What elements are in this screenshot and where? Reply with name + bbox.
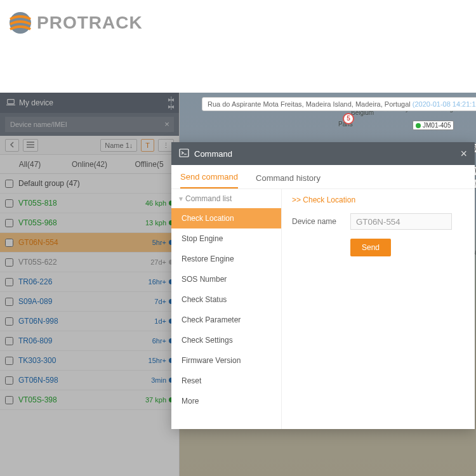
map-marker[interactable]: 5: [343, 113, 354, 124]
command-modal: Command × Send command Command history ▾…: [171, 142, 475, 429]
app-logo: PROTRACK: [0, 0, 476, 47]
command-item[interactable]: Check Status: [171, 289, 281, 310]
close-icon[interactable]: ×: [460, 147, 467, 161]
command-form-panel: >> Check Location Device name Send: [282, 189, 475, 429]
command-list-header[interactable]: ▾Command list: [171, 189, 281, 208]
address-timestamp: (2020-01-08 14:21:11): [413, 100, 476, 108]
address-text: Rua do Aspirante Mota Freitas, Madeira I…: [208, 100, 411, 108]
command-item[interactable]: Check Parameter: [171, 310, 281, 330]
command-item[interactable]: Stop Engine: [171, 228, 281, 249]
device-name-label: Device name: [292, 217, 344, 226]
chevron-down-icon: ▾: [179, 194, 183, 203]
command-item[interactable]: Firmware Version: [171, 350, 281, 371]
logo-text: PROTRACK: [37, 13, 143, 33]
modal-title: Command: [194, 149, 232, 159]
address-pill: Rua do Aspirante Mota Freitas, Madeira I…: [202, 97, 476, 111]
device-name-input[interactable]: [350, 213, 452, 230]
command-breadcrumb: >> Check Location: [292, 195, 465, 204]
command-item[interactable]: SOS Number: [171, 269, 281, 289]
command-item[interactable]: Check Location: [171, 208, 281, 228]
logo-mark-icon: [9, 11, 32, 34]
send-button[interactable]: Send: [350, 239, 391, 256]
command-item[interactable]: Check Settings: [171, 330, 281, 350]
command-item[interactable]: Reset: [171, 371, 281, 391]
command-icon: [179, 149, 189, 159]
command-item[interactable]: Restore Engine: [171, 249, 281, 269]
modal-header: Command ×: [171, 142, 475, 165]
tab-command-history[interactable]: Command history: [256, 173, 321, 188]
tab-send-command[interactable]: Send command: [180, 172, 238, 188]
modal-tabs: Send command Command history: [171, 165, 475, 189]
command-list-panel: ▾Command list Check LocationStop EngineR…: [171, 189, 282, 429]
command-item[interactable]: More: [171, 391, 281, 411]
map-device-tag[interactable]: JM01-405: [413, 121, 454, 130]
